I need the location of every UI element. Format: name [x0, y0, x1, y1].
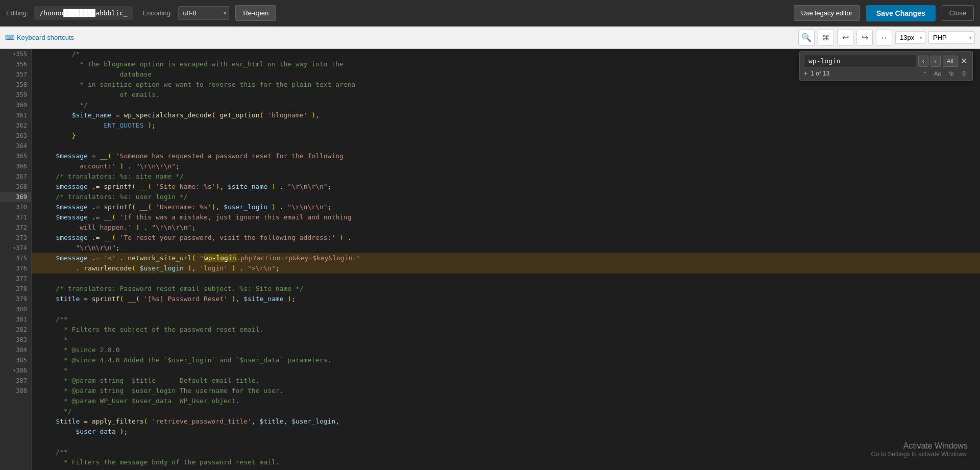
code-line-362b: account:' ) . "\r\n\r\n"; — [32, 161, 980, 171]
top-bar: Editing: /honno████████ahbblic_ Encoding… — [0, 0, 980, 27]
code-line-387[interactable]: * Filters the message body of the passwo… — [32, 457, 980, 467]
line-number-377: 377 — [0, 274, 31, 284]
line-number-373: 373 — [0, 233, 31, 243]
terminal-icon: ⌘ — [822, 34, 829, 42]
language-select[interactable]: PHPJavaScriptCSSHTML — [928, 31, 975, 44]
search-next-button[interactable]: › — [930, 56, 941, 67]
code-line-386[interactable]: /** — [32, 447, 980, 457]
file-path: /honno████████ahbblic_ — [34, 6, 132, 20]
code-line-374[interactable]: /** — [32, 314, 980, 325]
search-input[interactable] — [804, 55, 916, 67]
language-wrapper[interactable]: PHPJavaScriptCSSHTML — [928, 31, 975, 44]
search-box: ‹ › All ✕ + 1 of 13 .* Aa \b S — [799, 51, 973, 81]
undo-button[interactable]: ↩ — [837, 30, 853, 46]
line-number-386: ▾386 — [0, 365, 31, 376]
wrap-icon: ↔ — [880, 33, 888, 42]
save-changes-button[interactable]: Save Changes — [866, 5, 936, 21]
line-number-383: 383 — [0, 335, 31, 345]
code-line-370[interactable] — [32, 274, 980, 284]
code-line-377[interactable]: * @since 2.8.0 — [32, 345, 980, 355]
code-line-378[interactable]: * @since 4.4.0 Added the `$user_login` a… — [32, 355, 980, 365]
code-line-362[interactable]: $message = __( 'Someone has requested a … — [32, 151, 980, 161]
encoding-select-wrapper[interactable]: utf-8 — [178, 6, 229, 20]
code-line-376[interactable]: * — [32, 335, 980, 345]
font-size-select[interactable]: 13px11px12px14px16px — [895, 31, 925, 44]
editing-label: Editing: — [6, 9, 28, 17]
line-number-374: ▾374 — [0, 243, 31, 253]
code-line-361[interactable] — [32, 141, 980, 151]
undo-icon: ↩ — [842, 33, 849, 42]
code-editor[interactable]: /* * The blogname option is escaped with… — [32, 49, 980, 470]
code-line-372[interactable]: $title = sprintf( __( '[%s] Password Res… — [32, 294, 980, 304]
code-line-375[interactable]: * Filters the subject of the password re… — [32, 325, 980, 335]
code-line-363[interactable]: /* translators: %s: site name */ — [32, 171, 980, 182]
search-all-button[interactable]: All — [943, 56, 958, 67]
line-number-359: 359 — [0, 90, 31, 100]
line-number-379: 379 — [0, 294, 31, 304]
code-line-384b: $user_data ); — [32, 427, 980, 437]
code-line-383[interactable]: */ — [32, 406, 980, 416]
search-close-button[interactable]: ✕ — [960, 56, 968, 66]
line-number-382: 382 — [0, 325, 31, 335]
case-button[interactable]: Aa — [932, 69, 943, 78]
search-count: + 1 of 13 — [804, 70, 829, 77]
search-plus-icon: + — [804, 70, 807, 77]
line-number-362: 362 — [0, 120, 31, 131]
code-line-368b: "\r\n\r\n"; — [32, 243, 980, 253]
regex-button[interactable]: .* — [920, 69, 928, 78]
line-number-385: 385 — [0, 355, 31, 365]
wrap-button[interactable]: ↔ — [876, 30, 892, 46]
secondary-bar: ⌨ Keyboard shortcuts 🔍 ⌘ ↩ ↪ ↔ 13px11px1… — [0, 27, 980, 49]
code-line-379[interactable]: * — [32, 365, 980, 376]
code-line-388[interactable]: * — [32, 467, 980, 470]
line-number-355: ▾355 — [0, 49, 31, 59]
code-line-384[interactable]: $title = apply_filters( 'retrieve_passwo… — [32, 416, 980, 427]
line-number-367: 367 — [0, 171, 31, 182]
code-line-385[interactable] — [32, 437, 980, 447]
line-number-364: 364 — [0, 141, 31, 151]
line-number-371: 371 — [0, 212, 31, 222]
code-line-380[interactable]: * @param string $title Default email tit… — [32, 376, 980, 386]
line-number-358: 358 — [0, 80, 31, 90]
code-line-365[interactable]: /* translators: %s: user login */ — [32, 192, 980, 202]
code-line-359[interactable]: $site_name = wp_specialchars_decode( get… — [32, 110, 980, 120]
search-prev-button[interactable]: ‹ — [918, 56, 928, 67]
terminal-button[interactable]: ⌘ — [818, 30, 834, 46]
line-numbers: ▾355 356 357 358 359 360 361 362 363 364… — [0, 49, 32, 470]
close-button[interactable]: Close — [942, 5, 974, 21]
keyboard-shortcuts-label: Keyboard shortcuts — [17, 34, 74, 41]
editor-area: ▾355 356 357 358 359 360 361 362 363 364… — [0, 49, 980, 470]
code-line-382[interactable]: * @param WP_User $user_data WP_User obje… — [32, 396, 980, 406]
encoding-select[interactable]: utf-8 — [178, 6, 229, 20]
word-button[interactable]: \b — [946, 69, 956, 78]
line-number-357: 357 — [0, 69, 31, 80]
code-line-358[interactable]: */ — [32, 100, 980, 110]
legacy-editor-button[interactable]: Use legacy editor — [794, 5, 860, 21]
line-number-369: 369 — [0, 192, 31, 202]
line-number-370: 370 — [0, 202, 31, 212]
code-line-357[interactable]: * in sanitize_option we want to reverse … — [32, 80, 980, 90]
code-line-381[interactable]: * @param string $user_login The username… — [32, 386, 980, 396]
line-number-360: 360 — [0, 100, 31, 110]
code-line-368[interactable]: $message .= __( 'To reset your password,… — [32, 233, 980, 243]
line-number-365: 365 — [0, 151, 31, 161]
code-line-371[interactable]: /* translators: Password reset email sub… — [32, 284, 980, 294]
search-button[interactable]: 🔍 — [798, 30, 815, 46]
code-line-357b: of emails. — [32, 90, 980, 100]
code-line-369[interactable]: $message .= '<' . network_site_url( "wp-… — [32, 253, 980, 263]
select-button[interactable]: S — [960, 69, 968, 78]
line-number-356: 356 — [0, 59, 31, 69]
reopen-button[interactable]: Re-open — [235, 5, 276, 21]
code-line-360[interactable]: } — [32, 131, 980, 141]
line-number-372: 372 — [0, 222, 31, 233]
code-line-367[interactable]: $message .= __( 'If this was a mistake, … — [32, 212, 980, 222]
line-number-378: 378 — [0, 284, 31, 294]
code-line-373[interactable] — [32, 304, 980, 314]
line-number-376: 376 — [0, 263, 31, 274]
keyboard-shortcuts-link[interactable]: ⌨ Keyboard shortcuts — [5, 34, 74, 41]
font-size-wrapper[interactable]: 13px11px12px14px16px — [895, 31, 925, 44]
code-line-366[interactable]: $message .= sprintf( __( 'Username: %s')… — [32, 202, 980, 212]
redo-button[interactable]: ↪ — [856, 30, 873, 46]
code-line-364[interactable]: $message .= sprintf( __( 'Site Name: %s'… — [32, 182, 980, 192]
line-number-381: 381 — [0, 314, 31, 325]
